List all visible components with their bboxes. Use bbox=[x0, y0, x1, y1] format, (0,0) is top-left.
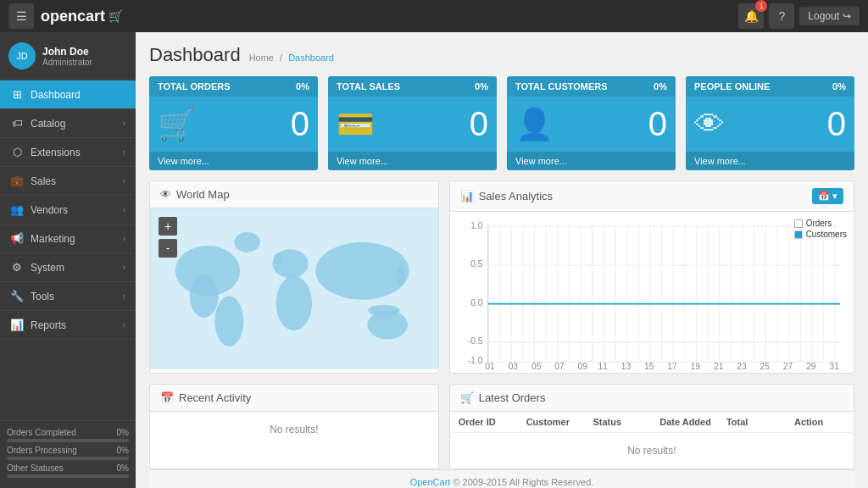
svg-text:05: 05 bbox=[531, 362, 542, 369]
stat-card-customers: TOTAL CUSTOMERS 0% 👤 0 View more... bbox=[507, 76, 676, 170]
svg-text:03: 03 bbox=[508, 362, 518, 369]
breadcrumb-current: Dashboard bbox=[288, 53, 334, 63]
bottom-row: 📅 Recent Activity No results! 🛒 Latest O… bbox=[149, 384, 854, 469]
sidebar-item-sales[interactable]: 💼 Sales › bbox=[0, 167, 136, 196]
navbar-right: 🔔 1 ? Logout ↪ bbox=[738, 3, 860, 29]
chevron-right-icon: › bbox=[123, 263, 125, 272]
sidebar-item-system[interactable]: ⚙ System › bbox=[0, 253, 136, 282]
col-order-id: Order ID bbox=[459, 417, 526, 427]
latest-orders-panel: 🛒 Latest Orders Order ID Customer Status… bbox=[449, 384, 854, 469]
brand-logo: opencart 🛒 bbox=[41, 8, 123, 25]
navbar-left: ☰ opencart 🛒 bbox=[8, 3, 123, 29]
sales-card-icon: 💳 bbox=[337, 107, 375, 142]
analytics-icon: 📊 bbox=[460, 190, 474, 202]
chevron-right-icon: › bbox=[123, 234, 125, 243]
sidebar-item-label: Vendors bbox=[31, 204, 68, 216]
col-total: Total bbox=[726, 417, 794, 427]
stat-card-view-more[interactable]: View more... bbox=[686, 152, 854, 170]
chevron-right-icon: › bbox=[123, 176, 125, 186]
hamburger-button[interactable]: ☰ bbox=[8, 3, 34, 29]
stat-card-sales: TOTAL SALES 0% 💳 0 View more... bbox=[328, 76, 497, 170]
online-card-icon: 👁 bbox=[694, 107, 725, 142]
sales-analytics-panel: 📊 Sales Analytics 📅 ▾ Orders Customers bbox=[449, 180, 854, 374]
table-header: Order ID Customer Status Date Added Tota… bbox=[450, 412, 854, 433]
chart-area: Orders Customers 1.0 0.5 0.0 -0.5 -1. bbox=[450, 212, 854, 373]
sidebar-item-dashboard[interactable]: ⊞ Dashboard bbox=[0, 80, 136, 109]
svg-point-8 bbox=[274, 253, 282, 265]
stat-card-view-more[interactable]: View more... bbox=[328, 152, 497, 170]
y-label-neg: -0.5 bbox=[468, 336, 483, 346]
sidebar-item-reports[interactable]: 📊 Reports › bbox=[0, 311, 136, 340]
svg-text:31: 31 bbox=[829, 362, 839, 369]
stat-label: Orders Completed bbox=[7, 428, 76, 437]
stat-card-orders: TOTAL ORDERS 0% 🛒 0 View more... bbox=[149, 76, 318, 170]
notification-badge: 1 bbox=[755, 0, 767, 12]
stat-other-statuses: Other Statuses 0% bbox=[7, 463, 129, 478]
svg-point-5 bbox=[315, 242, 409, 300]
stat-value: 0% bbox=[117, 446, 129, 455]
breadcrumb-home[interactable]: Home bbox=[249, 53, 274, 63]
svg-text:13: 13 bbox=[620, 362, 631, 369]
stat-orders-processing: Orders Processing 0% bbox=[7, 446, 129, 460]
user-role: Administrator bbox=[42, 58, 92, 67]
analytics-header: 📊 Sales Analytics 📅 ▾ bbox=[450, 181, 854, 212]
stat-card-percent: 0% bbox=[832, 81, 846, 92]
orders-icon: 🛒 bbox=[158, 107, 196, 142]
latest-orders-title: Latest Orders bbox=[479, 391, 546, 404]
stat-card-view-more[interactable]: View more... bbox=[149, 152, 318, 170]
sidebar-item-catalog[interactable]: 🏷 Catalog › bbox=[0, 109, 136, 138]
main-layout: JD John Doe Administrator ⊞ Dashboard 🏷 … bbox=[0, 32, 868, 488]
svg-text:29: 29 bbox=[806, 362, 816, 369]
chevron-right-icon: › bbox=[123, 320, 125, 330]
stat-card-value: 0 bbox=[648, 105, 667, 143]
svg-text:15: 15 bbox=[644, 362, 654, 369]
sidebar-item-tools[interactable]: 🔧 Tools › bbox=[0, 282, 136, 311]
logout-label: Logout bbox=[808, 10, 839, 22]
sidebar: JD John Doe Administrator ⊞ Dashboard 🏷 … bbox=[0, 32, 136, 488]
col-status: Status bbox=[593, 417, 659, 427]
sidebar-item-vendors[interactable]: 👥 Vendors › bbox=[0, 196, 136, 225]
footer-brand-link[interactable]: OpenCart bbox=[410, 477, 451, 487]
zoom-out-button[interactable]: - bbox=[159, 239, 177, 258]
sidebar-item-marketing[interactable]: 📢 Marketing › bbox=[0, 225, 136, 253]
extensions-icon: ⬡ bbox=[10, 146, 24, 158]
col-date: Date Added bbox=[659, 417, 726, 427]
stat-label: Orders Processing bbox=[7, 446, 77, 455]
svg-point-1 bbox=[190, 274, 219, 318]
stat-card-view-more[interactable]: View more... bbox=[507, 152, 676, 170]
analytics-title: Sales Analytics bbox=[479, 190, 553, 202]
help-button[interactable]: ? bbox=[769, 3, 794, 29]
world-map-header: 👁 World Map bbox=[150, 181, 438, 208]
legend-label-customers: Customers bbox=[806, 230, 847, 239]
notification-button[interactable]: 🔔 1 bbox=[738, 3, 764, 29]
sidebar-item-extensions[interactable]: ⬡ Extensions › bbox=[0, 138, 136, 167]
dashboard-icon: ⊞ bbox=[10, 88, 24, 101]
sidebar-item-label: Dashboard bbox=[31, 89, 81, 101]
user-name: John Doe bbox=[42, 46, 92, 58]
chevron-right-icon: › bbox=[123, 147, 125, 157]
stat-card-value: 0 bbox=[827, 105, 846, 143]
world-map-title: World Map bbox=[176, 188, 230, 201]
stat-card-title: PEOPLE ONLINE bbox=[694, 81, 770, 92]
calendar-button[interactable]: 📅 ▾ bbox=[812, 188, 843, 204]
reports-icon: 📊 bbox=[10, 319, 24, 331]
zoom-in-button[interactable]: + bbox=[159, 217, 177, 236]
world-map-container: + - bbox=[150, 208, 438, 369]
page-title: Dashboard bbox=[149, 44, 241, 66]
chevron-right-icon: › bbox=[123, 205, 125, 214]
y-label-mid1: 0.5 bbox=[470, 259, 483, 269]
svg-point-10 bbox=[368, 305, 399, 317]
svg-text:11: 11 bbox=[598, 362, 608, 369]
col-action: Action bbox=[794, 417, 845, 427]
logout-button[interactable]: Logout ↪ bbox=[799, 7, 860, 25]
svg-text:09: 09 bbox=[577, 362, 587, 369]
svg-text:01: 01 bbox=[485, 362, 495, 369]
recent-activity-header: 📅 Recent Activity bbox=[150, 385, 438, 412]
orders-panel-icon: 🛒 bbox=[460, 391, 474, 404]
sidebar-item-label: Extensions bbox=[31, 147, 81, 158]
stat-card-online: PEOPLE ONLINE 0% 👁 0 View more... bbox=[686, 76, 854, 170]
logout-icon: ↪ bbox=[843, 10, 851, 22]
svg-point-9 bbox=[396, 266, 404, 286]
legend-label-orders: Orders bbox=[806, 219, 832, 228]
legend-orders: Orders bbox=[794, 219, 847, 228]
